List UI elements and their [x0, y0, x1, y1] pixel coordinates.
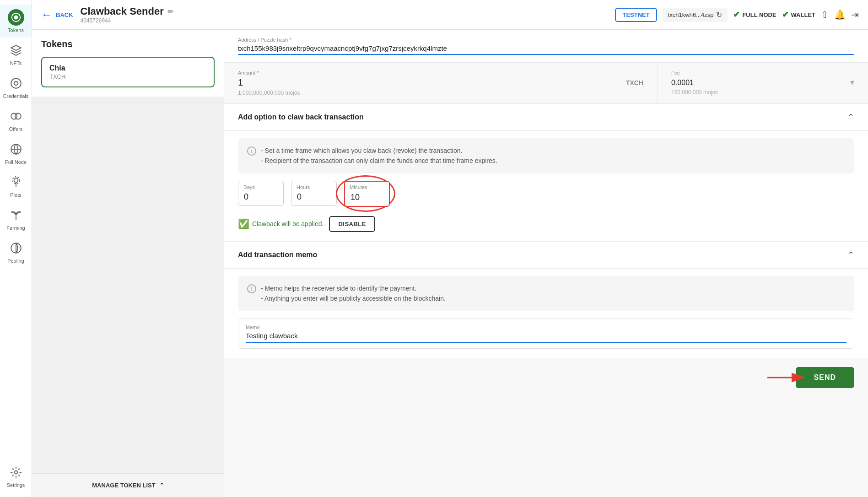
sidebar-item-label: Tokens [8, 27, 24, 33]
share-icon[interactable]: ⇧ [821, 9, 829, 20]
sidebar-item-settings[interactable]: Settings [0, 459, 32, 492]
chevron-up-icon: ⌃ [159, 482, 164, 489]
minutes-label: Minutes [350, 184, 367, 190]
clawback-status-text: ✅ Clawback will be applied. [238, 218, 323, 229]
time-inputs-row: Days Hours Minutes [238, 181, 854, 207]
tokens-sidebar-wrapper: Tokens Chia TXCH MANAGE TOKEN LIST ⌃ [32, 30, 224, 497]
memo-info-icon: i [247, 284, 256, 293]
sidebar-item-pooling[interactable]: Pooling [0, 235, 32, 268]
plots-icon [8, 174, 24, 190]
sidebar-item-label: Settings [7, 482, 25, 488]
wallet-status: ✔ WALLET [782, 10, 815, 20]
token-name: Chia [49, 64, 206, 72]
back-arrow-icon: ← [41, 8, 52, 21]
pooling-icon [8, 240, 24, 256]
amount-box: Amount * TXCH 1,000,000,000,000 mojos [224, 63, 658, 103]
svg-point-1 [14, 15, 18, 19]
clawback-section-content: i - Set a time frame which allows you cl… [224, 131, 868, 242]
testnet-button[interactable]: TESTNET [615, 8, 657, 22]
disable-button[interactable]: DISABLE [329, 216, 375, 232]
logout-icon[interactable]: ⇥ [851, 9, 859, 20]
sidebar-item-nfts[interactable]: NFTs [0, 38, 32, 70]
sidebar-item-label: Full Node [5, 159, 27, 165]
sidebar-item-credentials[interactable]: Credentials [0, 70, 32, 103]
amount-fee-row: Amount * TXCH 1,000,000,000,000 mojos Fe… [224, 63, 868, 104]
memo-input-wrap: Memo [238, 319, 854, 349]
sidebar: Tokens NFTs Credentials Offers [0, 0, 32, 497]
hours-field: Hours [291, 181, 337, 207]
send-arrow-annotation [767, 371, 809, 384]
days-field: Days [238, 181, 284, 207]
svg-point-12 [14, 471, 17, 474]
sidebar-item-label: Credentials [3, 93, 29, 99]
sidebar-item-farming[interactable]: Farming [0, 202, 32, 235]
clawback-info-box: i - Set a time frame which allows you cl… [238, 138, 854, 173]
send-area: SEND [224, 358, 868, 397]
form-area: Address / Puzzle hash * txch155k983j9snx… [224, 30, 868, 497]
farming-icon [8, 207, 24, 223]
page-title: Clawback Sender ✏ [81, 5, 173, 17]
sidebar-item-offers[interactable]: Offers [0, 103, 32, 136]
fee-box: Fee 0.0001 0 0.00005 ▾ 100,000,000 mojos [658, 63, 868, 103]
memo-section-title: Add transaction memo [238, 251, 317, 259]
memo-chevron-icon: ⌃ [847, 250, 854, 260]
topbar: ← BACK Clawback Sender ✏ 4045726944 TEST… [32, 0, 868, 30]
content-wrapper: Tokens Chia TXCH MANAGE TOKEN LIST ⌃ Add… [32, 30, 868, 497]
credentials-icon [8, 75, 24, 92]
tokens-icon [8, 9, 24, 26]
settings-icon [8, 464, 24, 481]
memo-label: Memo [246, 324, 846, 330]
fullnode-icon [8, 141, 24, 157]
address-section: Address / Puzzle hash * txch155k983j9snx… [224, 30, 868, 63]
token-card-chia[interactable]: Chia TXCH [41, 57, 215, 87]
fee-label: Fee [671, 70, 854, 76]
wallet-address-display[interactable]: txch1kwh6...4zsp ↻ [663, 8, 728, 22]
amount-unit: TXCH [626, 79, 643, 86]
dropdown-icon: ▾ [850, 77, 854, 87]
sidebar-item-plots[interactable]: Plots [0, 169, 32, 202]
svg-point-2 [11, 78, 21, 88]
fee-select[interactable]: 0.0001 0 0.00005 [671, 79, 848, 86]
clawback-info-text: - Set a time frame which allows you claw… [261, 146, 497, 166]
manage-token-button[interactable]: MANAGE TOKEN LIST ⌃ [32, 473, 224, 497]
hours-label: Hours [297, 184, 310, 190]
full-node-status-dot: ✔ [733, 10, 740, 20]
topbar-right: TESTNET txch1kwh6...4zsp ↻ ✔ FULL NODE ✔… [615, 8, 859, 22]
minutes-field-wrap: Minutes [344, 181, 390, 207]
edit-title-icon[interactable]: ✏ [167, 7, 173, 16]
memo-input[interactable] [246, 332, 846, 340]
days-label: Days [243, 184, 255, 190]
svg-point-3 [14, 81, 18, 86]
page-title-section: Clawback Sender ✏ 4045726944 [81, 5, 173, 24]
fee-mojos: 100,000,000 mojos [671, 89, 854, 96]
sidebar-item-tokens[interactable]: Tokens [0, 5, 32, 38]
notification-icon[interactable]: 🔔 [834, 9, 846, 20]
amount-label: Amount * [238, 70, 643, 76]
tokens-sidebar: Tokens Chia TXCH [32, 30, 224, 97]
page-subtitle: 4045726944 [81, 17, 173, 24]
offers-icon [8, 108, 24, 124]
memo-section-header[interactable]: Add transaction memo ⌃ [224, 242, 868, 269]
sidebar-item-label: Pooling [7, 258, 24, 264]
info-icon: i [247, 146, 256, 156]
amount-input[interactable] [238, 77, 622, 88]
sidebar-item-label: NFTs [10, 60, 22, 66]
address-label: Address / Puzzle hash * [238, 37, 854, 43]
back-label: BACK [56, 11, 73, 18]
minutes-field: Minutes [344, 181, 390, 207]
svg-point-8 [14, 178, 18, 182]
tokens-panel-title: Tokens [41, 39, 215, 49]
clawback-chevron-icon: ⌃ [847, 112, 854, 122]
amount-mojos: 1,000,000,000,000 mojos [238, 90, 643, 96]
token-symbol: TXCH [49, 73, 206, 80]
sidebar-item-fullnode[interactable]: Full Node [0, 136, 32, 169]
check-circle-icon: ✅ [238, 218, 249, 229]
back-button[interactable]: ← BACK [41, 8, 73, 21]
memo-info-text: - Memo helps the receiver side to identi… [261, 283, 446, 304]
clawback-section-header[interactable]: Add option to claw back transaction ⌃ [224, 104, 868, 131]
sidebar-item-label: Offers [9, 126, 23, 132]
address-value[interactable]: txch155k983j9snxeltrp9qvcymaacncptj9vfg7… [238, 44, 854, 55]
memo-underline [246, 342, 846, 343]
nfts-icon [8, 42, 24, 59]
refresh-icon[interactable]: ↻ [716, 11, 722, 19]
